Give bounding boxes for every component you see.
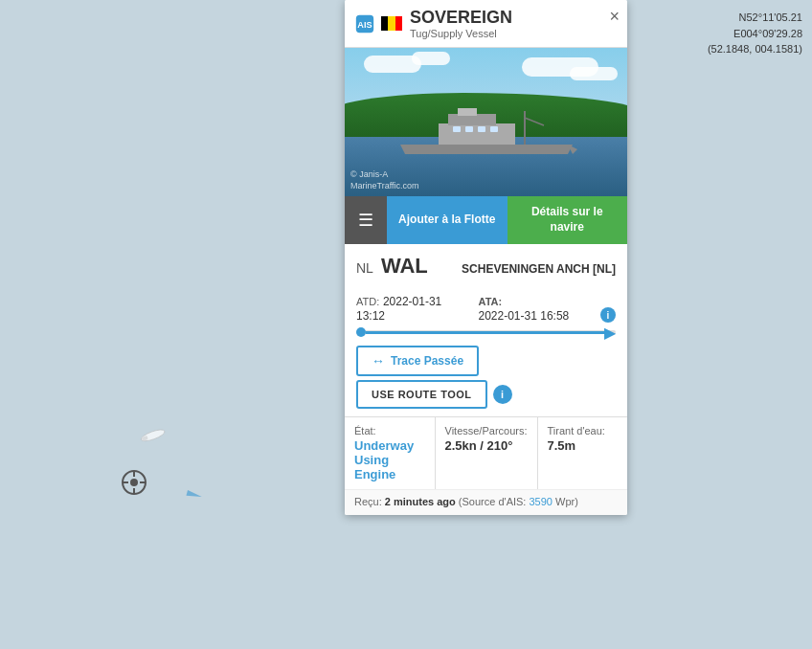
- ata-value: 2022-01-31 16:58: [479, 309, 570, 323]
- route-info-icon[interactable]: i: [493, 385, 512, 404]
- svg-text:AIS: AIS: [357, 19, 372, 29]
- ata-block: ATA: 2022-01-31 16:58: [479, 294, 594, 323]
- atd-block: ATD: 2022-01-31 13:12: [356, 294, 471, 323]
- flag-code: NL: [356, 260, 373, 276]
- add-fleet-button[interactable]: Ajouter à la Flotte: [387, 196, 508, 244]
- received-time: 2 minutes ago: [385, 496, 456, 507]
- atd-label: ATD:: [356, 296, 379, 307]
- route-tool-button[interactable]: USE ROUTE TOOL: [356, 380, 487, 409]
- cloud-4: [570, 67, 618, 80]
- ata-label: ATA:: [479, 296, 503, 307]
- vessel-info-section: NL WAL SCHEVENINGEN ANCH [NL]: [345, 244, 627, 288]
- received-row: Reçu: 2 minutes ago (Source d'AIS: 3590 …: [345, 489, 627, 515]
- speed-value: 2.5kn / 210°: [445, 438, 528, 453]
- trace-icon: ↔: [372, 353, 385, 369]
- vessel-name: SOVEREIGN: [410, 8, 512, 27]
- image-watermark: © Janis-A MarineTraffic.com: [350, 168, 419, 192]
- action-buttons: ☰ Ajouter à la Flotte Détails sur le nav…: [345, 196, 627, 244]
- times-row: ATD: 2022-01-31 13:12 ATA: 2022-01-31 16…: [345, 288, 627, 328]
- stat-draft: Tirant d'eau: 7.5m: [538, 417, 627, 489]
- stat-etat: État: Underway Using Engine: [345, 417, 436, 489]
- source-link[interactable]: 3590: [529, 496, 552, 507]
- source-label: (Source d'AIS:: [459, 496, 527, 507]
- svg-rect-19: [478, 126, 485, 132]
- received-label: Reçu:: [354, 496, 382, 507]
- destination: SCHEVENINGEN ANCH [NL]: [428, 262, 616, 278]
- speed-label: Vitesse/Parcours:: [445, 425, 528, 436]
- vessel-type: Tug/Supply Vessel: [410, 28, 512, 39]
- panel-header: AIS SOVEREIGN Tug/Supply Vessel ×: [345, 0, 627, 48]
- ship-image: © Janis-A MarineTraffic.com: [345, 48, 627, 196]
- vessel-flag-name: NL WAL: [356, 254, 428, 279]
- menu-button[interactable]: ☰: [345, 196, 387, 244]
- etat-value: Underway Using Engine: [354, 438, 425, 481]
- map-coordinates: N52°11'05.21 E004°09'29.28 (52.1848, 004…: [708, 10, 802, 57]
- vessel-details-button[interactable]: Détails sur le navire: [508, 196, 628, 244]
- stats-grid: État: Underway Using Engine Vitesse/Parc…: [345, 416, 627, 489]
- vessel-header-info: SOVEREIGN Tug/Supply Vessel: [410, 8, 512, 39]
- svg-rect-12: [439, 123, 515, 145]
- ais-icon: AIS: [354, 13, 375, 34]
- svg-rect-14: [458, 108, 477, 116]
- progress-track: ▶: [356, 330, 616, 334]
- svg-line-16: [525, 118, 544, 125]
- progress-arrow: ▶: [604, 324, 616, 342]
- trace-label: Trace Passée: [391, 354, 463, 368]
- source-suffix: Wpr): [555, 496, 578, 507]
- info-icon[interactable]: i: [600, 307, 616, 323]
- vessel-flag: [381, 16, 402, 31]
- vessel-panel: AIS SOVEREIGN Tug/Supply Vessel ×: [345, 0, 627, 515]
- svg-rect-18: [465, 126, 473, 132]
- close-button[interactable]: ×: [609, 8, 620, 25]
- trace-button[interactable]: ↔ Trace Passée: [356, 346, 479, 376]
- svg-rect-17: [453, 126, 461, 132]
- progress-container: ▶: [345, 328, 627, 342]
- stat-speed: Vitesse/Parcours: 2.5kn / 210°: [436, 417, 538, 489]
- progress-line: [366, 331, 606, 334]
- svg-rect-20: [490, 126, 498, 132]
- svg-marker-9: [186, 490, 202, 500]
- route-tool-row: USE ROUTE TOOL i: [356, 380, 616, 409]
- ship-silhouette: [391, 106, 582, 159]
- draft-label: Tirant d'eau:: [548, 425, 619, 436]
- vessel-icon-2[interactable]: [121, 469, 147, 502]
- svg-point-4: [130, 479, 138, 486]
- etat-label: État:: [354, 425, 425, 436]
- draft-value: 7.5m: [548, 438, 619, 453]
- progress-start-dot: [356, 327, 366, 337]
- cloud-2: [412, 52, 450, 65]
- vessel-main-name: WAL: [381, 254, 428, 279]
